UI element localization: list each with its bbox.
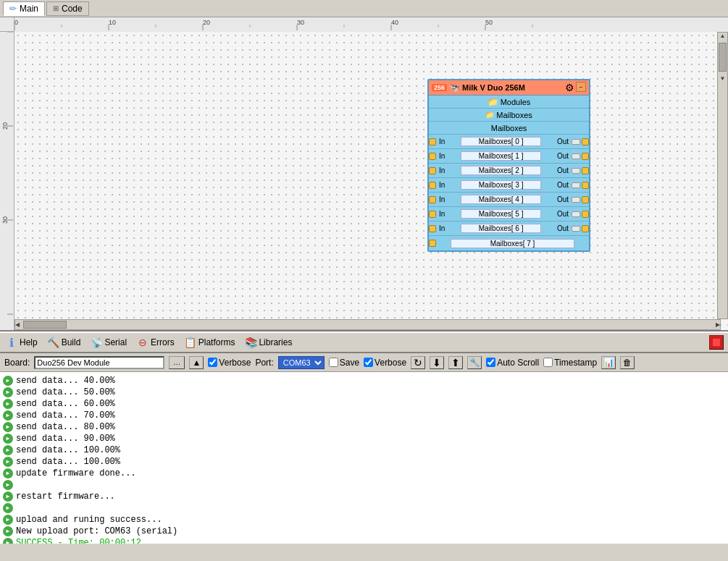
port-right-5: Out — [556, 210, 589, 218]
port-in-connector-3[interactable] — [429, 182, 436, 189]
node-badge: 256 — [432, 84, 447, 91]
board-input[interactable] — [34, 356, 164, 369]
console-icon-8: ▶ — [3, 468, 13, 478]
code-icon: ⊞ — [53, 4, 59, 12]
serial-label: Serial — [104, 337, 127, 347]
console-area[interactable]: ▶ send data... 40.00% ▶ send data... 50.… — [0, 372, 728, 544]
console-line-8: ▶ update firmware done... — [3, 468, 725, 479]
scroll-up-arrow[interactable]: ▲ — [718, 33, 727, 39]
port-in-connector-5[interactable] — [429, 211, 436, 218]
verbose2-label: Verbose — [375, 358, 406, 368]
mailbox-label-4: Mailboxes[ 4 ] — [461, 195, 541, 204]
download-btn[interactable]: ⬇ — [430, 356, 444, 369]
scrollbar-vertical[interactable]: ▲ ▼ — [717, 32, 728, 319]
libraries-button[interactable]: 📚 Libraries — [243, 336, 293, 349]
mailbox-label-1: Mailboxes[ 1 ] — [461, 151, 541, 161]
canvas-grid — [14, 32, 728, 330]
port-in-connector-6[interactable] — [429, 225, 436, 232]
mailboxes-sub-label: Mailboxes — [491, 124, 527, 132]
port-out-main-3[interactable] — [582, 182, 589, 189]
ruler-v-lines — [0, 32, 14, 330]
ruler-v-label-30: 30 — [1, 216, 9, 224]
port-in-connector-1[interactable] — [429, 153, 436, 160]
errors-label: Errors — [151, 337, 175, 347]
help-button[interactable]: ℹ Help — [4, 336, 39, 349]
port-in-connector-4[interactable] — [429, 196, 436, 203]
port-in-connector-0[interactable] — [429, 138, 436, 145]
port-left-2: In — [429, 166, 446, 174]
scroll-right-arrow[interactable]: ▶ — [716, 321, 720, 328]
port-in-connector-2[interactable] — [429, 167, 436, 174]
node-mailboxes-sub-row: Mailboxes — [429, 122, 589, 135]
node-milk-v-duo[interactable]: 256 🐄 Milk V Duo 256M ⚙ − 📁 Modules 📁 Ma… — [427, 79, 590, 252]
node-header: 256 🐄 Milk V Duo 256M ⚙ − — [429, 80, 589, 96]
console-text-6: send data... 100.00% — [16, 444, 120, 456]
chart-btn[interactable]: 📊 — [601, 356, 616, 369]
port-out-connector-5[interactable] — [572, 211, 580, 217]
port-out-label-4: Out — [556, 195, 570, 203]
port-out-connector-0[interactable] — [572, 139, 580, 145]
port-out-main-5[interactable] — [582, 211, 589, 218]
port-out-main-6[interactable] — [582, 225, 589, 232]
node-settings-icon[interactable]: ⚙ — [565, 82, 574, 93]
serial-button[interactable]: 📡 Serial — [89, 336, 128, 349]
port-out-main-0[interactable] — [582, 138, 589, 145]
autoscroll-checkbox[interactable] — [486, 358, 495, 367]
console-line-13: ▶ New upload port: COM63 (serial) — [3, 526, 725, 537]
node-port-row-2: In Mailboxes[ 2 ] Out — [429, 164, 589, 178]
save-check-group: Save — [329, 358, 359, 368]
upload-btn[interactable]: ⬆ — [448, 356, 463, 369]
port-out-connector-6[interactable] — [572, 226, 580, 232]
scroll-down-arrow[interactable]: ▼ — [718, 75, 727, 82]
save-checkbox[interactable] — [329, 358, 338, 367]
console-line-10: ▶ restart firmware... — [3, 491, 725, 502]
tab-main[interactable]: ✏ Main — [3, 1, 45, 16]
console-text-7: send data... 100.00% — [16, 456, 120, 468]
console-icon-12: ▶ — [3, 515, 13, 525]
port-right-3: Out — [556, 181, 589, 189]
port-in-connector-7[interactable] — [429, 240, 436, 247]
scroll-thumb-h[interactable] — [23, 321, 67, 329]
wrench-btn[interactable]: 🔧 — [467, 356, 482, 369]
verbose2-checkbox[interactable] — [364, 358, 373, 367]
port-in-label-6: In — [438, 224, 446, 232]
node-port-row-6: In Mailboxes[ 6 ] Out — [429, 222, 589, 236]
console-line-12: ▶ upload and runing success... — [3, 514, 725, 526]
port-out-main-2[interactable] — [582, 167, 589, 174]
port-out-connector-3[interactable] — [572, 182, 580, 188]
port-out-connector-2[interactable] — [572, 168, 580, 174]
mailbox-folder-icon: 📁 — [485, 111, 494, 119]
refresh-btn[interactable]: ↻ — [411, 356, 425, 369]
modules-icon: 📁 — [488, 97, 498, 107]
verbose-checkbox[interactable] — [208, 358, 217, 367]
console-icon-5: ▶ — [3, 434, 13, 444]
errors-button[interactable]: ⊖ Errors — [135, 336, 176, 349]
console-text-13: New upload port: COM63 (serial) — [16, 526, 177, 537]
platforms-button[interactable]: 📋 Platforms — [183, 336, 237, 349]
timestamp-label: Timestamp — [554, 358, 597, 368]
port-right-4: Out — [556, 195, 589, 203]
scrollbar-horizontal[interactable]: ◀ ▶ — [14, 319, 721, 330]
scroll-thumb-v[interactable] — [719, 43, 727, 72]
port-left-3: In — [429, 181, 446, 189]
node-mailboxes-row: 📁 Mailboxes — [429, 109, 589, 122]
stop-icon — [713, 339, 720, 346]
port-out-connector-4[interactable] — [572, 197, 580, 203]
build-button[interactable]: 🔨 Build — [46, 336, 83, 349]
port-out-connector-1[interactable] — [572, 153, 580, 159]
board-select-btn[interactable]: … — [169, 356, 185, 369]
scroll-left-arrow[interactable]: ◀ — [15, 321, 20, 328]
arrow-up-btn[interactable]: ▲ — [189, 356, 204, 369]
port-select[interactable]: COM63 — [278, 356, 325, 369]
port-out-main-4[interactable] — [582, 196, 589, 203]
build-label: Build — [62, 337, 81, 347]
clear-btn[interactable]: 🗑 — [620, 356, 635, 369]
ruler-tick-lines — [14, 25, 728, 32]
stop-button[interactable] — [709, 335, 724, 350]
timestamp-checkbox[interactable] — [543, 358, 553, 367]
ruler-horizontal: 0 10 20 30 40 50 — [14, 17, 728, 32]
port-out-main-1[interactable] — [582, 153, 589, 160]
console-icon-3: ▶ — [3, 410, 13, 421]
node-collapse-btn[interactable]: − — [576, 82, 586, 92]
tab-code[interactable]: ⊞ Code — [46, 1, 89, 16]
